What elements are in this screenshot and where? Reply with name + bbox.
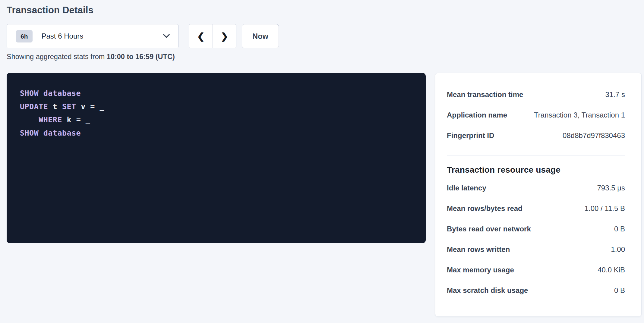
page-title: Transaction Details (7, 4, 644, 16)
time-nav-group: ❮ ❯ (189, 24, 236, 48)
sql-statement-box: SHOW databaseUPDATE t SET v = _ WHERE k … (7, 73, 426, 243)
detail-label: Bytes read over network (447, 225, 537, 233)
detail-label: Mean rows/bytes read (447, 204, 529, 213)
detail-row: Application name Transaction 3, Transact… (447, 105, 625, 125)
now-button[interactable]: Now (242, 24, 279, 48)
card-divider (447, 155, 625, 155)
caret-left-icon: ❮ (197, 31, 204, 42)
detail-value: 40.0 KiB (598, 266, 625, 274)
detail-label: Max memory usage (447, 266, 520, 274)
time-range-badge: 6h (16, 30, 33, 42)
time-range-label: Past 6 Hours (42, 32, 84, 40)
next-range-button[interactable]: ❯ (213, 24, 236, 48)
detail-row: Max memory usage 40.0 KiB (447, 260, 625, 280)
detail-row: Mean rows/bytes read 1.00 / 11.5 B (447, 198, 625, 219)
time-range-select[interactable]: 6h Past 6 Hours (7, 24, 178, 48)
details-card: Mean transaction time 31.7 s Application… (435, 73, 642, 316)
detail-row: Mean transaction time 31.7 s (447, 84, 625, 105)
detail-row: Bytes read over network 0 B (447, 219, 625, 239)
detail-value: 31.7 s (605, 90, 625, 99)
detail-value: 0 B (614, 286, 625, 295)
detail-label: Idle latency (447, 184, 492, 192)
aggregation-caption: Showing aggregated stats from 10:00 to 1… (7, 53, 644, 61)
detail-label: Max scratch disk usage (447, 286, 534, 295)
chevron-down-icon (163, 34, 170, 38)
resource-usage-heading: Transaction resource usage (447, 165, 625, 175)
main-content: SHOW databaseUPDATE t SET v = _ WHERE k … (7, 73, 644, 316)
summary-rows: Mean transaction time 31.7 s Application… (447, 84, 625, 146)
caption-prefix: Showing aggregated stats from (7, 53, 107, 61)
detail-row: Mean rows written 1.00 (447, 239, 625, 260)
detail-value: 08d8b7d97f830463 (563, 131, 625, 140)
transaction-details-page: Transaction Details 6h Past 6 Hours ❮ ❯ … (0, 0, 644, 316)
detail-row: Max scratch disk usage 0 B (447, 280, 625, 301)
caption-range: 10:00 to 16:59 (UTC) (107, 53, 175, 61)
detail-label: Application name (447, 111, 513, 119)
detail-label: Mean transaction time (447, 90, 529, 99)
detail-row: Fingerprint ID 08d8b7d97f830463 (447, 125, 625, 146)
detail-value: 1.00 / 11.5 B (585, 204, 625, 213)
caret-right-icon: ❯ (221, 31, 228, 42)
detail-row: Idle latency 793.5 µs (447, 178, 625, 198)
detail-value: 1.00 (611, 245, 625, 254)
detail-label: Fingerprint ID (447, 131, 500, 140)
detail-value: Transaction 3, Transaction 1 (534, 111, 625, 119)
detail-value: 0 B (614, 225, 625, 233)
sql-code: SHOW databaseUPDATE t SET v = _ WHERE k … (20, 87, 418, 140)
time-controls: 6h Past 6 Hours ❮ ❯ Now (7, 24, 644, 48)
detail-value: 793.5 µs (597, 184, 625, 192)
detail-label: Mean rows written (447, 245, 516, 254)
prev-range-button[interactable]: ❮ (189, 24, 213, 48)
resource-rows: Idle latency 793.5 µs Mean rows/bytes re… (447, 178, 625, 301)
